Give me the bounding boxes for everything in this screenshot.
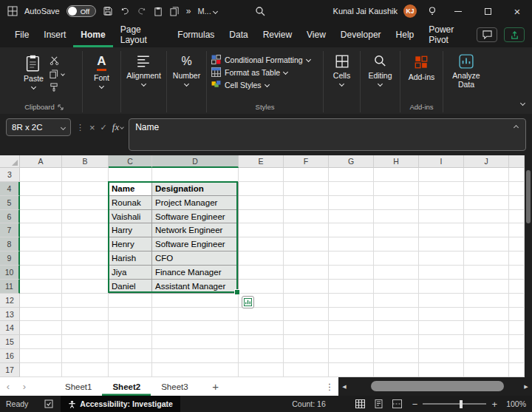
- search-icon[interactable]: [255, 6, 265, 16]
- cell-J8[interactable]: [464, 237, 509, 251]
- row-header-11[interactable]: 11: [0, 280, 20, 294]
- cell-E7[interactable]: [239, 223, 284, 237]
- cell-B11[interactable]: [62, 280, 109, 294]
- cell-partial-14[interactable]: [509, 321, 525, 335]
- cell-A14[interactable]: [20, 321, 62, 335]
- cell-B17[interactable]: [62, 363, 109, 377]
- cell-H16[interactable]: [374, 349, 419, 363]
- cell-H9[interactable]: [374, 251, 419, 266]
- cell-E13[interactable]: [239, 308, 284, 322]
- cell-partial-11[interactable]: [509, 280, 525, 294]
- page-break-icon[interactable]: [392, 399, 402, 408]
- cell-E3[interactable]: [239, 168, 284, 182]
- cell-G5[interactable]: [329, 196, 374, 210]
- cell-G14[interactable]: [329, 321, 374, 335]
- cell-D12[interactable]: [152, 294, 239, 308]
- cell-E15[interactable]: [239, 335, 284, 349]
- cell-F4[interactable]: [284, 182, 329, 196]
- tab-file[interactable]: File: [7, 22, 36, 47]
- cell-B5[interactable]: [62, 196, 109, 210]
- cell-I11[interactable]: [419, 280, 464, 294]
- cell-D11[interactable]: Assistant Manager: [152, 280, 239, 294]
- tab-developer[interactable]: Developer: [333, 22, 389, 47]
- cell-I6[interactable]: [419, 210, 464, 224]
- cell-D16[interactable]: [152, 349, 239, 363]
- row-header-17[interactable]: 17: [0, 363, 20, 377]
- cell-D7[interactable]: Network Engineer: [152, 223, 239, 237]
- cell-I4[interactable]: [419, 182, 464, 196]
- cell-partial-6[interactable]: [509, 210, 525, 224]
- cell-G13[interactable]: [329, 308, 374, 322]
- row-header-4[interactable]: 4: [0, 182, 20, 196]
- cell-B6[interactable]: [62, 210, 109, 224]
- spell-check-icon[interactable]: [44, 399, 53, 408]
- cell-G9[interactable]: [329, 251, 374, 266]
- cell-C12[interactable]: [109, 294, 152, 308]
- horizontal-scrollbar-thumb[interactable]: [371, 381, 504, 391]
- tab-help[interactable]: Help: [389, 22, 422, 47]
- cell-G15[interactable]: [329, 335, 374, 349]
- zoom-level[interactable]: 100%: [502, 399, 526, 408]
- tab-data[interactable]: Data: [222, 22, 255, 47]
- cell-J3[interactable]: [464, 168, 509, 182]
- cell-H6[interactable]: [374, 210, 419, 224]
- cell-A6[interactable]: [20, 210, 62, 224]
- cell-H3[interactable]: [374, 168, 419, 182]
- account-button[interactable]: Kunal Jai Kaushik KJ: [333, 4, 417, 18]
- cell-A3[interactable]: [20, 168, 62, 182]
- select-all-button[interactable]: [0, 155, 20, 168]
- comments-button[interactable]: [477, 27, 497, 42]
- alignment-button[interactable]: Alignment: [126, 51, 161, 86]
- cell-H11[interactable]: [374, 280, 419, 294]
- cell-A9[interactable]: [20, 251, 62, 266]
- cell-C3[interactable]: [109, 168, 152, 182]
- cell-D15[interactable]: [152, 335, 239, 349]
- row-header-5[interactable]: 5: [0, 196, 20, 210]
- cell-G7[interactable]: [329, 223, 374, 237]
- cell-H7[interactable]: [374, 223, 419, 237]
- cell-F3[interactable]: [284, 168, 329, 182]
- tab-home[interactable]: Home: [73, 22, 112, 47]
- cell-C16[interactable]: [109, 349, 152, 363]
- cell-H8[interactable]: [374, 237, 419, 251]
- cell-H14[interactable]: [374, 321, 419, 335]
- cell-I10[interactable]: [419, 266, 464, 280]
- row-header-16[interactable]: 16: [0, 349, 20, 363]
- column-header-G[interactable]: G: [329, 155, 374, 168]
- undo-icon[interactable]: [120, 6, 130, 16]
- scroll-right-icon[interactable]: ▶: [520, 384, 532, 390]
- format-as-table-button[interactable]: Format as Table: [211, 67, 318, 77]
- column-header-C[interactable]: C: [109, 155, 152, 168]
- row-header-9[interactable]: 9: [0, 251, 20, 266]
- cancel-icon[interactable]: ×: [89, 118, 95, 136]
- cell-F15[interactable]: [284, 335, 329, 349]
- cell-D13[interactable]: [152, 308, 239, 322]
- cell-B10[interactable]: [62, 266, 109, 280]
- cell-partial-12[interactable]: [509, 294, 525, 308]
- cell-J7[interactable]: [464, 223, 509, 237]
- cell-H15[interactable]: [374, 335, 419, 349]
- cell-I14[interactable]: [419, 321, 464, 335]
- cell-J17[interactable]: [464, 363, 509, 377]
- cell-J16[interactable]: [464, 349, 509, 363]
- cell-I15[interactable]: [419, 335, 464, 349]
- cell-B16[interactable]: [62, 349, 109, 363]
- cell-G4[interactable]: [329, 182, 374, 196]
- share-button[interactable]: [504, 27, 525, 42]
- tab-sheet3[interactable]: Sheet3: [151, 377, 198, 396]
- cell-partial-13[interactable]: [509, 308, 525, 322]
- cell-partial-15[interactable]: [509, 335, 525, 349]
- cell-A10[interactable]: [20, 266, 62, 280]
- cell-A17[interactable]: [20, 363, 62, 377]
- cell-G16[interactable]: [329, 349, 374, 363]
- column-header-J[interactable]: J: [464, 155, 509, 168]
- cell-B14[interactable]: [62, 321, 109, 335]
- cell-F12[interactable]: [284, 294, 329, 308]
- cell-G6[interactable]: [329, 210, 374, 224]
- cell-partial-8[interactable]: [509, 237, 525, 251]
- row-header-10[interactable]: 10: [0, 266, 20, 280]
- quick-analysis-button[interactable]: [242, 296, 254, 308]
- overflow-chevrons-icon[interactable]: »: [186, 6, 191, 16]
- cell-B9[interactable]: [62, 251, 109, 266]
- formula-input[interactable]: Name: [129, 118, 526, 151]
